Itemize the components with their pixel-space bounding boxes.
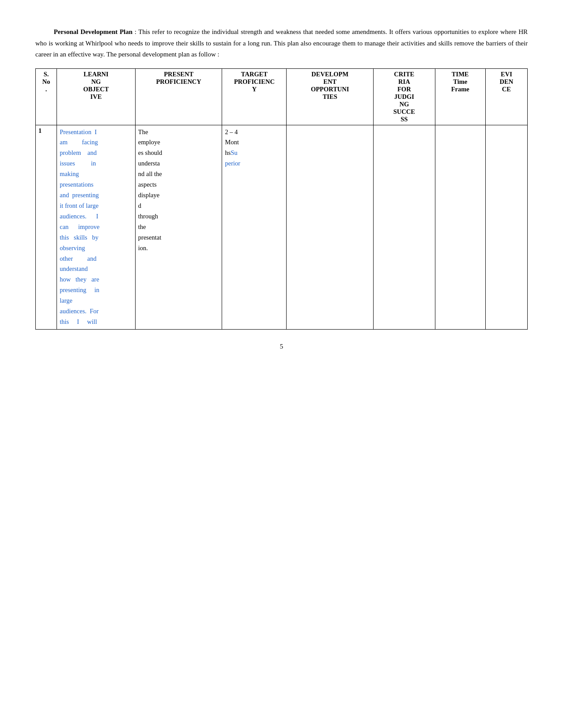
cell-row-num: 1 — [36, 125, 57, 330]
header-s: S. No . — [36, 68, 57, 125]
cell-learning-objective: Presentation I am facing problem and iss… — [57, 125, 136, 330]
intro-paragraph: Personal Development Plan : This refer t… — [35, 26, 528, 60]
pdp-table: S. No . LEARNI NG OBJECT IVE PRESENT PRO… — [35, 68, 528, 330]
header-learning: LEARNI NG OBJECT IVE — [57, 68, 136, 125]
header-criteria: CRITE RIA FOR JUDGI NG SUCCE SS — [374, 68, 435, 125]
intro-title: Personal Development Plan — [54, 28, 132, 35]
table-header-row: S. No . LEARNI NG OBJECT IVE PRESENT PRO… — [36, 68, 528, 125]
header-present: PRESENT PROFICIENCY — [135, 68, 222, 125]
cell-evidence — [485, 125, 527, 330]
page-number: 5 — [35, 343, 528, 350]
cell-target-prof: 2 – 4 Mont hsSu perior — [222, 125, 287, 330]
header-develop: DEVELOPM ENT OPPORTUNI TIES — [287, 68, 374, 125]
header-target: TARGET PROFICIENC Y — [222, 68, 287, 125]
header-time: TIME Time Frame — [435, 68, 485, 125]
cell-time — [435, 125, 485, 330]
cell-criteria — [374, 125, 435, 330]
table-row: 1 Presentation I am facing problem and i… — [36, 125, 528, 330]
header-evidence: EVI DEN CE — [485, 68, 527, 125]
cell-development — [287, 125, 374, 330]
cell-present-prof: The employe es should understa nd all th… — [135, 125, 222, 330]
